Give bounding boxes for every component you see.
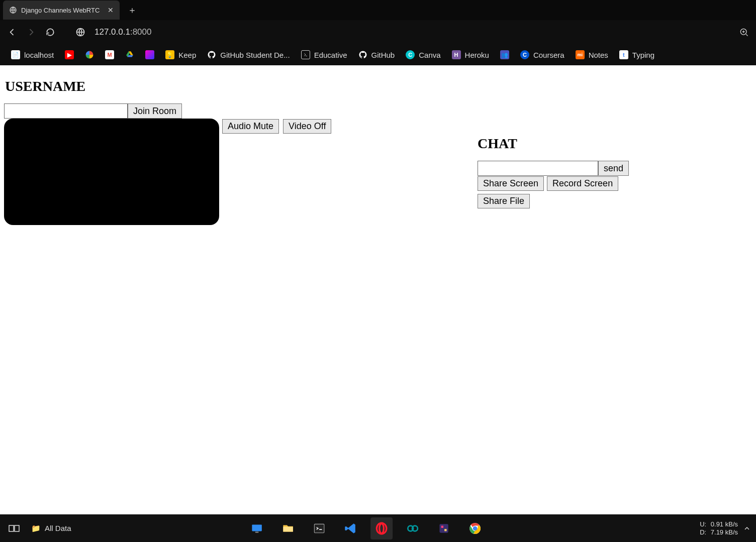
browser-tab[interactable]: Django Channels WebRTC ✕: [3, 1, 120, 20]
bookmark-keep[interactable]: 💡 Keep: [165, 50, 196, 59]
net-up-value: 0.91 kB/s: [711, 520, 738, 528]
bookmark-photos[interactable]: [85, 50, 94, 59]
tray-expand-icon[interactable]: [743, 524, 753, 532]
bookmark-localhost[interactable]: 📄 localhost: [11, 50, 54, 59]
github-icon: [207, 50, 216, 59]
drive-icon: [125, 50, 134, 59]
svg-rect-15: [444, 529, 446, 531]
task-vscode-icon[interactable]: [339, 517, 361, 539]
task-explorer-icon[interactable]: [277, 517, 299, 539]
chat-input[interactable]: [478, 161, 598, 176]
chat-buttons-row: Share Screen Record Screen Share File: [478, 176, 633, 208]
video-row: Audio Mute Video Off: [4, 119, 752, 225]
task-view-button[interactable]: [0, 514, 28, 542]
bookmark-label: Coursera: [533, 51, 564, 59]
record-screen-button[interactable]: Record Screen: [547, 176, 618, 191]
youtube-icon: ▶: [65, 50, 74, 59]
url-host: 127.0.0.1: [94, 27, 130, 37]
task-thispc-icon[interactable]: [246, 517, 268, 539]
bookmark-github-student[interactable]: GitHub Student De...: [207, 50, 290, 59]
bookmark-coursera[interactable]: C Coursera: [520, 50, 564, 59]
tab-title: Django Channels WebRTC: [21, 7, 100, 14]
reload-button[interactable]: [45, 27, 55, 37]
share-screen-button[interactable]: Share Screen: [478, 176, 544, 191]
task-ide-icon[interactable]: [433, 517, 455, 539]
taskbar: 📁 All Data U: 0.91 kB/s D: 7: [0, 514, 756, 542]
globe-icon: [75, 27, 85, 37]
bookmark-educative[interactable]: Educative: [301, 50, 347, 59]
photos-icon: [85, 50, 94, 59]
folder-label: All Data: [45, 524, 71, 532]
zoom-icon[interactable]: [739, 27, 749, 37]
gmail-icon: M: [105, 50, 114, 59]
teams-icon: 👥: [500, 50, 509, 59]
task-opera-icon[interactable]: [370, 517, 393, 539]
bookmark-heroku[interactable]: H Heroku: [452, 50, 489, 59]
chat-heading: CHAT: [478, 136, 633, 152]
bookmark-youtube[interactable]: ▶: [65, 50, 74, 59]
svg-rect-4: [15, 525, 19, 531]
tab-bar: Django Channels WebRTC ✕ ＋: [0, 0, 756, 20]
page-content: USERNAME Join Room Audio Mute Video Off …: [0, 65, 756, 514]
coursera-icon: C: [520, 50, 529, 59]
video-off-button[interactable]: Video Off: [283, 119, 331, 134]
bookmark-label: Canva: [419, 51, 440, 59]
share-file-button[interactable]: Share File: [478, 194, 530, 208]
svg-rect-3: [9, 525, 14, 531]
globe-icon: [9, 6, 17, 14]
heroku-icon: H: [452, 50, 461, 59]
svg-point-18: [474, 526, 477, 530]
svg-rect-13: [439, 524, 448, 532]
site-info[interactable]: [75, 27, 85, 37]
url-text[interactable]: 127.0.0.1:8000: [94, 27, 151, 37]
bookmark-generic[interactable]: [145, 50, 154, 59]
task-terminal-icon[interactable]: [308, 517, 330, 539]
svg-rect-7: [283, 526, 293, 531]
bookmark-github[interactable]: GitHub: [358, 50, 395, 59]
task-arduino-icon[interactable]: [402, 517, 424, 539]
url-port: :8000: [130, 27, 152, 37]
github-icon: [358, 50, 367, 59]
bookmark-label: Typing: [632, 51, 654, 59]
back-button[interactable]: [7, 27, 17, 37]
taskbar-folder-all-data[interactable]: 📁 All Data: [31, 524, 71, 533]
local-video: [4, 119, 219, 225]
taskbar-right: U: 0.91 kB/s D: 7.19 kB/s: [700, 514, 753, 542]
mi-icon: mi: [576, 50, 585, 59]
svg-rect-5: [252, 524, 261, 531]
canva-icon: C: [406, 50, 415, 59]
net-down-label: D:: [700, 528, 709, 536]
media-buttons: Audio Mute Video Off: [222, 119, 331, 134]
bookmarks-bar: 📄 localhost ▶ M 💡 Keep: [0, 44, 756, 65]
keep-icon: 💡: [165, 50, 174, 59]
username-heading: USERNAME: [5, 78, 752, 94]
audio-mute-button[interactable]: Audio Mute: [222, 119, 279, 134]
join-room-button[interactable]: Join Room: [128, 103, 182, 119]
bookmark-canva[interactable]: C Canva: [406, 50, 440, 59]
bookmark-label: Keep: [178, 51, 196, 59]
close-tab-icon[interactable]: ✕: [108, 7, 114, 14]
bookmark-teams[interactable]: 👥: [500, 50, 509, 59]
bookmark-label: Notes: [589, 51, 608, 59]
bookmark-label: Educative: [314, 51, 347, 59]
username-input[interactable]: [4, 103, 128, 119]
address-bar: 127.0.0.1:8000: [0, 20, 756, 44]
bookmark-typing[interactable]: t Typing: [619, 50, 654, 59]
net-down-value: 7.19 kB/s: [711, 528, 738, 536]
educative-icon: [301, 50, 310, 59]
svg-rect-8: [314, 524, 324, 532]
bookmark-drive[interactable]: [125, 50, 134, 59]
forward-button[interactable]: [26, 27, 36, 37]
send-button[interactable]: send: [598, 161, 629, 176]
new-tab-button[interactable]: ＋: [125, 3, 140, 18]
folder-icon: 📁: [31, 524, 41, 533]
task-chrome-icon[interactable]: [464, 517, 486, 539]
bookmark-gmail[interactable]: M: [105, 50, 114, 59]
file-icon: 📄: [11, 50, 20, 59]
typing-icon: t: [619, 50, 628, 59]
bookmark-label: Heroku: [465, 51, 489, 59]
svg-point-9: [376, 523, 387, 534]
bookmark-notes[interactable]: mi Notes: [576, 50, 608, 59]
join-row: Join Room: [4, 103, 752, 119]
taskbar-center-icons: [246, 514, 486, 542]
